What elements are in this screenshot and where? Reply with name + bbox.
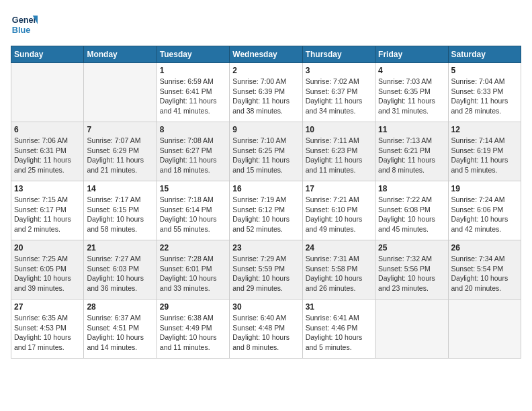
calendar-cell: 3Sunrise: 7:02 AMSunset: 6:37 PMDaylight… — [302, 63, 375, 122]
day-info: Sunrise: 6:35 AMSunset: 4:53 PMDaylight:… — [14, 313, 81, 353]
day-info: Sunrise: 7:32 AMSunset: 5:56 PMDaylight:… — [378, 254, 445, 293]
calendar-cell: 2Sunrise: 7:00 AMSunset: 6:39 PMDaylight… — [230, 63, 302, 122]
day-number: 28 — [87, 302, 153, 312]
day-number: 20 — [14, 243, 81, 253]
day-info: Sunrise: 6:41 AMSunset: 4:46 PMDaylight:… — [306, 313, 372, 353]
header-friday: Friday — [375, 46, 448, 63]
day-number: 16 — [232, 184, 299, 193]
calendar-cell: 31Sunrise: 6:41 AMSunset: 4:46 PMDayligh… — [302, 300, 375, 359]
day-number: 31 — [306, 302, 372, 312]
day-number: 18 — [378, 184, 445, 193]
day-number: 21 — [87, 243, 153, 253]
day-number: 3 — [306, 66, 372, 75]
day-number: 7 — [87, 125, 153, 134]
day-info: Sunrise: 7:25 AMSunset: 6:05 PMDaylight:… — [14, 254, 81, 293]
calendar-cell: 26Sunrise: 7:34 AMSunset: 5:54 PMDayligh… — [448, 240, 521, 300]
logo-icon: General Blue — [11, 11, 38, 38]
day-info: Sunrise: 7:02 AMSunset: 6:37 PMDaylight:… — [306, 77, 372, 116]
day-info: Sunrise: 7:07 AMSunset: 6:29 PMDaylight:… — [87, 136, 153, 175]
header-thursday: Thursday — [302, 46, 375, 63]
calendar-cell — [375, 300, 448, 359]
calendar-cell: 29Sunrise: 6:38 AMSunset: 4:49 PMDayligh… — [157, 300, 229, 359]
calendar-cell: 11Sunrise: 7:13 AMSunset: 6:21 PMDayligh… — [375, 122, 448, 181]
day-info: Sunrise: 7:10 AMSunset: 6:25 PMDaylight:… — [232, 136, 299, 175]
calendar-week-3: 13Sunrise: 7:15 AMSunset: 6:17 PMDayligh… — [11, 181, 521, 240]
day-number: 22 — [160, 243, 226, 253]
day-number: 11 — [378, 125, 445, 134]
day-info: Sunrise: 7:22 AMSunset: 6:08 PMDaylight:… — [378, 195, 445, 234]
day-number: 2 — [232, 66, 299, 75]
day-info: Sunrise: 7:28 AMSunset: 6:01 PMDaylight:… — [160, 254, 226, 293]
day-number: 1 — [160, 66, 226, 75]
calendar-week-4: 20Sunrise: 7:25 AMSunset: 6:05 PMDayligh… — [11, 240, 521, 300]
day-number: 13 — [14, 184, 81, 193]
calendar-cell: 9Sunrise: 7:10 AMSunset: 6:25 PMDaylight… — [230, 122, 302, 181]
day-number: 12 — [451, 125, 518, 134]
calendar-header-row: SundayMondayTuesdayWednesdayThursdayFrid… — [11, 46, 521, 63]
day-number: 15 — [160, 184, 226, 193]
day-info: Sunrise: 7:06 AMSunset: 6:31 PMDaylight:… — [14, 136, 81, 175]
calendar-cell: 10Sunrise: 7:11 AMSunset: 6:23 PMDayligh… — [302, 122, 375, 181]
day-info: Sunrise: 7:13 AMSunset: 6:21 PMDaylight:… — [378, 136, 445, 175]
calendar-cell: 18Sunrise: 7:22 AMSunset: 6:08 PMDayligh… — [375, 181, 448, 240]
calendar-cell: 12Sunrise: 7:14 AMSunset: 6:19 PMDayligh… — [448, 122, 521, 181]
day-number: 30 — [232, 302, 299, 312]
calendar-cell: 16Sunrise: 7:19 AMSunset: 6:12 PMDayligh… — [230, 181, 302, 240]
day-info: Sunrise: 6:37 AMSunset: 4:51 PMDaylight:… — [87, 313, 153, 353]
day-number: 5 — [451, 66, 518, 75]
day-info: Sunrise: 7:24 AMSunset: 6:06 PMDaylight:… — [451, 195, 518, 234]
day-info: Sunrise: 6:40 AMSunset: 4:48 PMDaylight:… — [232, 313, 299, 353]
day-info: Sunrise: 7:18 AMSunset: 6:14 PMDaylight:… — [160, 195, 226, 234]
day-info: Sunrise: 7:17 AMSunset: 6:15 PMDaylight:… — [87, 195, 153, 234]
day-info: Sunrise: 7:03 AMSunset: 6:35 PMDaylight:… — [378, 77, 445, 116]
day-number: 25 — [378, 243, 445, 253]
page-header: General Blue — [11, 11, 521, 38]
calendar-cell — [11, 63, 84, 122]
calendar-cell: 30Sunrise: 6:40 AMSunset: 4:48 PMDayligh… — [230, 300, 302, 359]
calendar-cell: 25Sunrise: 7:32 AMSunset: 5:56 PMDayligh… — [375, 240, 448, 300]
day-number: 17 — [306, 184, 372, 193]
calendar-week-2: 6Sunrise: 7:06 AMSunset: 6:31 PMDaylight… — [11, 122, 521, 181]
calendar-cell — [448, 300, 521, 359]
day-number: 8 — [160, 125, 226, 134]
calendar-cell: 15Sunrise: 7:18 AMSunset: 6:14 PMDayligh… — [157, 181, 229, 240]
calendar-cell: 24Sunrise: 7:31 AMSunset: 5:58 PMDayligh… — [302, 240, 375, 300]
day-number: 26 — [451, 243, 518, 253]
calendar-cell: 27Sunrise: 6:35 AMSunset: 4:53 PMDayligh… — [11, 300, 84, 359]
day-number: 19 — [451, 184, 518, 193]
day-number: 9 — [232, 125, 299, 134]
header-saturday: Saturday — [448, 46, 521, 63]
day-number: 14 — [87, 184, 153, 193]
header-monday: Monday — [84, 46, 157, 63]
calendar-cell: 6Sunrise: 7:06 AMSunset: 6:31 PMDaylight… — [11, 122, 84, 181]
calendar-cell: 13Sunrise: 7:15 AMSunset: 6:17 PMDayligh… — [11, 181, 84, 240]
day-info: Sunrise: 7:21 AMSunset: 6:10 PMDaylight:… — [306, 195, 372, 234]
calendar-cell — [84, 63, 157, 122]
day-info: Sunrise: 6:38 AMSunset: 4:49 PMDaylight:… — [160, 313, 226, 353]
calendar-cell: 7Sunrise: 7:07 AMSunset: 6:29 PMDaylight… — [84, 122, 157, 181]
calendar-cell: 1Sunrise: 6:59 AMSunset: 6:41 PMDaylight… — [157, 63, 229, 122]
day-number: 24 — [306, 243, 372, 253]
header-wednesday: Wednesday — [230, 46, 302, 63]
calendar-week-5: 27Sunrise: 6:35 AMSunset: 4:53 PMDayligh… — [11, 300, 521, 359]
day-info: Sunrise: 7:08 AMSunset: 6:27 PMDaylight:… — [160, 136, 226, 175]
calendar-cell: 17Sunrise: 7:21 AMSunset: 6:10 PMDayligh… — [302, 181, 375, 240]
day-info: Sunrise: 7:19 AMSunset: 6:12 PMDaylight:… — [232, 195, 299, 234]
calendar-cell: 20Sunrise: 7:25 AMSunset: 6:05 PMDayligh… — [11, 240, 84, 300]
calendar-week-1: 1Sunrise: 6:59 AMSunset: 6:41 PMDaylight… — [11, 63, 521, 122]
day-number: 29 — [160, 302, 226, 312]
header-sunday: Sunday — [11, 46, 84, 63]
calendar-cell: 4Sunrise: 7:03 AMSunset: 6:35 PMDaylight… — [375, 63, 448, 122]
day-number: 10 — [306, 125, 372, 134]
day-info: Sunrise: 7:34 AMSunset: 5:54 PMDaylight:… — [451, 254, 518, 293]
day-number: 4 — [378, 66, 445, 75]
day-number: 27 — [14, 302, 81, 312]
day-info: Sunrise: 7:04 AMSunset: 6:33 PMDaylight:… — [451, 77, 518, 116]
day-info: Sunrise: 6:59 AMSunset: 6:41 PMDaylight:… — [160, 77, 226, 116]
svg-text:Blue: Blue — [12, 25, 31, 35]
calendar-cell: 23Sunrise: 7:29 AMSunset: 5:59 PMDayligh… — [230, 240, 302, 300]
day-info: Sunrise: 7:11 AMSunset: 6:23 PMDaylight:… — [306, 136, 372, 175]
calendar-cell: 19Sunrise: 7:24 AMSunset: 6:06 PMDayligh… — [448, 181, 521, 240]
calendar-cell: 21Sunrise: 7:27 AMSunset: 6:03 PMDayligh… — [84, 240, 157, 300]
calendar-cell: 5Sunrise: 7:04 AMSunset: 6:33 PMDaylight… — [448, 63, 521, 122]
